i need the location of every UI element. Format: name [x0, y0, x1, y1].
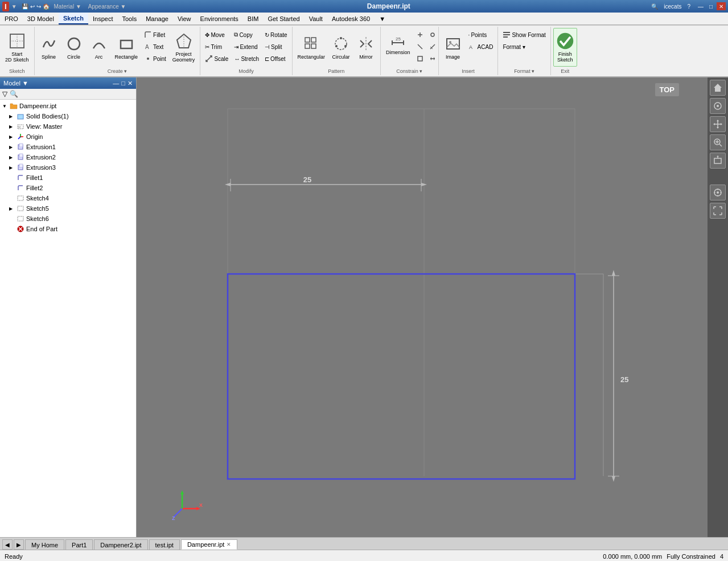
constrain-btn-5[interactable] — [427, 41, 438, 52]
tree-item-fillet2[interactable]: ▶ Fillet2 — [0, 183, 136, 193]
tree-item-sketch5[interactable]: ▶ Sketch5 — [0, 203, 136, 214]
finish-sketch-button[interactable]: FinishSketch — [553, 28, 577, 67]
menu-manage[interactable]: Manage — [141, 13, 173, 24]
acad-button[interactable]: A ACAD — [466, 41, 496, 52]
ribbon-group-format: Show Format Format ▾ Format ▾ — [498, 27, 550, 75]
search-box[interactable]: 🔍 — [651, 3, 658, 10]
close-button[interactable]: ✕ — [717, 2, 726, 10]
circle-button[interactable]: Circle — [62, 28, 86, 67]
search-model-icon[interactable]: 🔍 — [10, 90, 18, 98]
model-expand-icon[interactable]: □ — [121, 80, 125, 87]
extend-button[interactable]: ⇥ Extend — [232, 41, 261, 52]
nav-home-btn[interactable] — [710, 80, 726, 96]
tree-item-extrusion3[interactable]: ▶ Extrusion3 — [0, 162, 136, 173]
nav-zoom-all-btn[interactable] — [710, 153, 726, 169]
nav-orbit-btn[interactable] — [710, 98, 726, 114]
rectangle-button[interactable]: Rectangle — [112, 28, 141, 67]
split-button[interactable]: ⊣ Split — [262, 41, 289, 52]
nav-fit-btn[interactable] — [710, 203, 726, 219]
points-insert-button[interactable]: · Points — [466, 29, 496, 40]
rectangle-icon — [117, 35, 135, 53]
tab-myhome[interactable]: My Home — [25, 539, 64, 550]
tree-item-extrusion1[interactable]: ▶ Extrusion1 — [0, 142, 136, 152]
menu-more[interactable]: ▼ — [375, 13, 390, 24]
minimize-button[interactable]: — — [696, 2, 705, 10]
project-geometry-button[interactable]: ProjectGeometry — [170, 28, 198, 67]
sketch-area[interactable]: 25 25 TOP X — [137, 77, 708, 537]
nav-pan-btn[interactable] — [710, 116, 726, 132]
rotate-button[interactable]: ↻ Rotate — [262, 29, 289, 40]
tree-item-solid-bodies[interactable]: ▶ Solid Bodies(1) — [0, 111, 136, 121]
trim-button[interactable]: ✂ Trim — [203, 41, 231, 52]
nav-look-at-btn[interactable] — [710, 185, 726, 200]
tab-dampeenr[interactable]: Dampeenr.ipt ✕ — [181, 539, 237, 550]
menu-autodesk360[interactable]: Autodesk 360 — [327, 13, 375, 24]
menu-sketch[interactable]: Sketch — [59, 13, 88, 24]
model-minimize-icon[interactable]: — — [113, 80, 119, 87]
tab-part1-label: Part1 — [72, 542, 87, 548]
constrain-btn-2[interactable] — [414, 41, 426, 52]
tab-test[interactable]: test.ipt — [149, 539, 180, 550]
menu-environments[interactable]: Environments — [196, 13, 243, 24]
menu-getstarted[interactable]: Get Started — [263, 13, 304, 24]
menu-view[interactable]: View — [173, 13, 196, 24]
point-button[interactable]: Point — [142, 53, 168, 64]
scale-button[interactable]: Scale — [203, 53, 231, 64]
help-icon[interactable]: ? — [687, 3, 690, 10]
quick-save-icon[interactable]: 💾 — [22, 3, 28, 10]
constrain-btn-6[interactable] — [427, 53, 438, 64]
svg-text:A: A — [145, 44, 149, 50]
tree-item-end-of-part[interactable]: ▶ End of Part — [0, 224, 136, 234]
constrain-btn-3[interactable] — [414, 53, 426, 64]
tab-dampeenr-close[interactable]: ✕ — [227, 542, 231, 547]
menu-vault[interactable]: Vault — [305, 13, 327, 24]
start-2d-sketch-button[interactable]: Start2D Sketch — [2, 28, 32, 67]
menu-bim[interactable]: BIM — [243, 13, 264, 24]
tab-part1[interactable]: Part1 — [65, 539, 93, 550]
points-icon: · — [468, 32, 470, 38]
menu-tools[interactable]: Tools — [117, 13, 141, 24]
model-close-icon[interactable]: ✕ — [127, 80, 133, 87]
tree-item-sketch4[interactable]: ▶ Sketch4 — [0, 193, 136, 203]
format-dropdown-button[interactable]: Format ▾ — [500, 41, 548, 52]
copy-button[interactable]: ⧉ Copy — [232, 29, 261, 40]
tree-item-origin[interactable]: ▶ Origin — [0, 132, 136, 142]
constrain-btn-1[interactable] — [414, 29, 426, 40]
menu-3dmodel[interactable]: 3D Model — [23, 13, 59, 24]
show-format-button[interactable]: Show Format — [500, 29, 548, 40]
insert-group-label: Insert — [439, 68, 498, 74]
tree-item-sketch6[interactable]: ▶ Sketch6 — [0, 214, 136, 224]
text-button[interactable]: A Text — [142, 41, 168, 52]
tree-item-dampeenr[interactable]: ▼ Dampeenr.ipt — [0, 101, 136, 111]
rectangular-button[interactable]: Rectangular — [295, 28, 328, 67]
spline-button[interactable]: Spline — [37, 28, 61, 67]
tree-item-fillet1[interactable]: ▶ Fillet1 — [0, 173, 136, 183]
quick-undo-icon[interactable]: ↩ — [30, 3, 35, 10]
maximize-button[interactable]: □ — [706, 2, 715, 10]
tab-nav-left[interactable]: ◀ — [2, 539, 13, 550]
dimension-button[interactable]: 25 Dimension — [383, 28, 413, 58]
offset-button[interactable]: ⊏ Offset — [262, 53, 289, 64]
menu-pro[interactable]: PRO — [0, 13, 23, 24]
move-button[interactable]: ✥ Move — [203, 29, 231, 40]
float-panel — [708, 77, 728, 537]
extrusion1-icon — [16, 142, 25, 151]
fillet-button[interactable]: Fillet — [142, 29, 168, 40]
nav-zoom-btn[interactable] — [710, 134, 726, 150]
arc-button[interactable]: Arc — [87, 28, 111, 67]
constrain-btn-4[interactable] — [427, 29, 438, 40]
menu-inspect[interactable]: Inspect — [88, 13, 117, 24]
tree-item-extrusion2[interactable]: ▶ Extrusion2 — [0, 152, 136, 162]
image-button[interactable]: Image — [441, 28, 465, 67]
quick-home-icon[interactable]: 🏠 — [43, 3, 50, 10]
circular-button[interactable]: Circular — [329, 28, 353, 67]
tab-nav-right[interactable]: ▶ — [14, 539, 24, 550]
mirror-button[interactable]: Mirror — [354, 28, 378, 67]
tab-dampener2[interactable]: Dampener2.ipt — [94, 539, 147, 550]
stretch-button[interactable]: ↔ Stretch — [232, 53, 261, 64]
tree-item-view-master[interactable]: ▶ M View: Master — [0, 121, 136, 132]
viewport[interactable]: 25 25 TOP X — [137, 77, 728, 537]
svg-rect-9 — [305, 38, 310, 42]
filter-icon[interactable]: ▽ — [2, 90, 7, 98]
quick-redo-icon[interactable]: ↪ — [36, 3, 41, 10]
